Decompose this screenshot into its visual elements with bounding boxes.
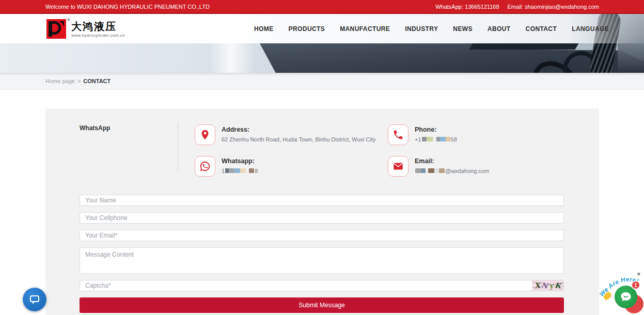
submit-button[interactable]: Submit Message: [80, 297, 564, 313]
phone-card-body: Phone: +1 58: [415, 124, 457, 145]
contact-form: XNyK Submit Message: [80, 195, 564, 313]
notification-badge: 1: [631, 280, 640, 290]
whatsapp-card: Whatsapp: 1 8: [195, 156, 258, 177]
captcha-row: XNyK: [80, 280, 564, 291]
welcome-text: Welcome to WUXI DAHONG HYDRAULIC PNEUMEN…: [45, 4, 210, 10]
logo[interactable]: ® 大鸿液压 www.hydrocylinder.com.cn: [46, 18, 125, 40]
logo-icon: [46, 19, 66, 39]
main-nav: HOME PRODUCTS MANUFACTURE INDUSTRY NEWS …: [254, 14, 609, 43]
email-input[interactable]: [80, 230, 564, 241]
redacted-blocks: [415, 168, 445, 174]
page: Welcome to WUXI DAHONG HYDRAULIC PNEUMEN…: [0, 0, 644, 315]
topbar-email-text: Email: shaominjiao@wxdahong.com: [508, 4, 599, 10]
captcha-input[interactable]: [80, 280, 564, 291]
chat-bubble-icon: [29, 294, 40, 305]
nav-item-industry[interactable]: INDUSTRY: [405, 25, 438, 33]
redacted-blocks: [422, 136, 450, 143]
vertical-divider: [178, 122, 178, 172]
phone-icon: [388, 124, 409, 145]
nav-item-contact[interactable]: CONTACT: [526, 25, 557, 33]
nav-item-language[interactable]: LANGUAGE: [572, 25, 609, 33]
whatsapp-icon: [195, 156, 215, 177]
nav-item-home[interactable]: HOME: [254, 25, 274, 33]
message-textarea[interactable]: [80, 247, 564, 274]
phone-suffix: 58: [451, 136, 457, 143]
email-value: @wxdahong.com: [415, 168, 489, 174]
registered-mark: ®: [67, 18, 70, 22]
location-pin-icon: [195, 124, 215, 145]
whatsapp-card-body: Whatsapp: 1 8: [222, 156, 258, 177]
address-text: 62 Zhenhu North Road, Hudai Town, Binhu …: [222, 136, 376, 143]
phone-title: Phone:: [415, 126, 457, 133]
email-card: Email: @wxdahong.com: [388, 156, 489, 177]
topbar-whatsapp-text: WhatsApp: 13665121168: [435, 4, 499, 10]
nav-item-products[interactable]: PRODUCTS: [289, 25, 325, 33]
address-value: 62 Zhenhu North Road, Hudai Town, Binhu …: [222, 136, 377, 143]
address-title: Address:: [222, 126, 377, 133]
email-icon: [388, 156, 409, 177]
cellphone-input[interactable]: [80, 212, 564, 224]
chat-launcher-button[interactable]: [23, 288, 46, 311]
whatsapp-title: Whatsapp:: [222, 158, 258, 165]
nav-item-manufacture[interactable]: MANUFACTURE: [340, 25, 390, 33]
email-card-body: Email: @wxdahong.com: [415, 156, 489, 177]
whatsapp-prefix: 1: [222, 168, 225, 174]
nav-item-about[interactable]: ABOUT: [488, 25, 511, 33]
breadcrumb-separator: >: [77, 78, 81, 84]
logo-text: 大鸿液压 www.hydrocylinder.com.cn: [71, 21, 125, 38]
address-card-body: Address: 62 Zhenhu North Road, Hudai Tow…: [222, 124, 377, 145]
logo-cn-text: 大鸿液压: [71, 21, 125, 32]
whatsapp-suffix: 8: [255, 168, 258, 174]
phone-prefix: +1: [415, 136, 421, 143]
banner-telephone-top: [469, 43, 579, 50]
email-suffix: @wxdahong.com: [445, 168, 489, 174]
breadcrumb-home-link[interactable]: Home page: [45, 78, 75, 84]
phone-value: +1 58: [415, 136, 457, 143]
close-icon[interactable]: ×: [637, 271, 641, 277]
logo-url-text: www.hydrocylinder.com.cn: [71, 33, 125, 38]
breadcrumb-current: CONTACT: [83, 78, 111, 84]
phone-card: Phone: +1 58: [388, 124, 457, 145]
nav-item-news[interactable]: NEWS: [453, 25, 473, 33]
name-input[interactable]: [80, 195, 564, 206]
captcha-image[interactable]: XNyK: [532, 280, 563, 291]
topbar: Welcome to WUXI DAHONG HYDRAULIC PNEUMEN…: [0, 0, 644, 14]
email-title: Email:: [415, 158, 489, 165]
breadcrumb: Home page > CONTACT: [0, 73, 644, 90]
address-card: Address: 62 Zhenhu North Road, Hudai Tow…: [195, 124, 377, 145]
hero-banner: ® 大鸿液压 www.hydrocylinder.com.cn HOME PRO…: [0, 14, 644, 73]
whatsapp-section-label: WhatsApp: [80, 124, 110, 132]
contact-panel: WhatsApp Address: 62 Zhenhu North Road, …: [45, 108, 599, 315]
topbar-contacts: WhatsApp: 13665121168 Email: shaominjiao…: [435, 4, 599, 10]
redacted-blocks: [225, 168, 254, 174]
whatsapp-value: 1 8: [222, 168, 258, 174]
